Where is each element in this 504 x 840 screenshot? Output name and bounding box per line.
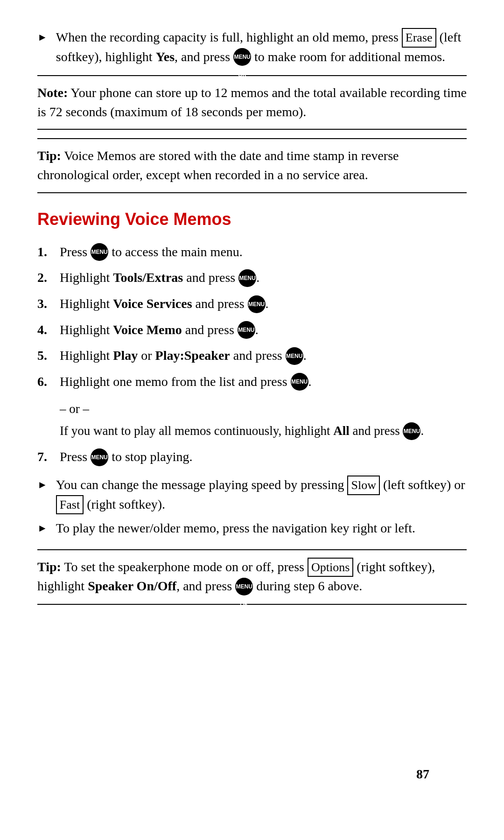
menu-ok-icon-s3: MENUOK (248, 295, 266, 313)
menu-ok-icon-s2: MENUOK (238, 269, 256, 287)
step-content-1: Press MENUOK to access the main menu. (60, 243, 467, 262)
step-6: 6. Highlight one memo from the list and … (37, 372, 467, 392)
bullet-arrow-icon: ► (37, 30, 48, 45)
step-num-4: 4. (37, 321, 60, 340)
bullet-arrow-icon-2: ► (37, 477, 48, 492)
menu-ok-icon-s7: MENUOK (91, 448, 108, 466)
menu-ok-icon-tip2: MENUOK (235, 578, 253, 595)
top-bullet-section: ► When the recording capacity is full, h… (37, 28, 467, 67)
bullet-text-1: When the recording capacity is full, hig… (56, 28, 467, 67)
step-content-3: Highlight Voice Services and press MENUO… (60, 294, 467, 314)
menu-ok-icon-1: MENUOK (233, 48, 251, 66)
menu-ok-icon-s4: MENUOK (238, 321, 255, 339)
erase-key: Erase (402, 28, 436, 48)
menu-ok-icon-s1: MENUOK (91, 243, 108, 261)
tip1-text: Voice Memos are stored with the date and… (37, 148, 399, 182)
note-block: Note: Your phone can store up to 12 memo… (37, 75, 467, 130)
bullet-arrow-icon-3: ► (37, 521, 48, 536)
menu-ok-icon-s6b: MENUOK (403, 422, 420, 440)
step-num-2: 2. (37, 268, 60, 287)
tip2-text: To set the speakerphone mode on or off, … (37, 560, 435, 594)
step-num-7: 7. (37, 448, 60, 467)
tip1-label: Tip: (37, 148, 61, 163)
step-num-3: 3. (37, 294, 60, 314)
step-content-5: Highlight Play or Play:Speaker and press… (60, 346, 467, 366)
step-4: 4. Highlight Voice Memo and press MENUOK… (37, 321, 467, 340)
tip-block-2: Tip: To set the speakerphone mode on or … (37, 549, 467, 605)
step-content-4: Highlight Voice Memo and press MENUOK. (60, 321, 467, 340)
bottom-bullet-2: ► To play the newer/older memo, press th… (37, 519, 467, 538)
step-7: 7. Press MENUOK to stop playing. (37, 448, 467, 467)
step-6-continuation: If you want to play all memos continuous… (60, 422, 467, 441)
step-num-5: 5. (37, 346, 60, 365)
bottom-bullet-text-1: You can change the message playing speed… (56, 476, 467, 514)
menu-ok-icon-s5: MENUOK (286, 347, 303, 365)
bullet-item-1: ► When the recording capacity is full, h… (37, 28, 467, 67)
tip-block-1: Tip: Voice Memos are stored with the dat… (37, 138, 467, 193)
page-content: ► When the recording capacity is full, h… (37, 28, 467, 812)
step-1: 1. Press MENUOK to access the main menu. (37, 243, 467, 262)
slow-key: Slow (347, 476, 379, 495)
step-content-2: Highlight Tools/Extras and press MENUOK. (60, 268, 467, 288)
step-num-1: 1. (37, 243, 60, 262)
bottom-bullet-text-2: To play the newer/older memo, press the … (56, 519, 467, 538)
page-number: 87 (416, 765, 429, 784)
step-6-or: – or – (60, 400, 467, 418)
menu-ok-icon-s6a: MENUOK (291, 373, 308, 391)
fast-key: Fast (56, 495, 84, 515)
step-5: 5. Highlight Play or Play:Speaker and pr… (37, 346, 467, 366)
step-content-6: Highlight one memo from the list and pre… (60, 372, 467, 392)
options-key: Options (308, 558, 353, 577)
tip2-label: Tip: (37, 560, 61, 574)
note-label: Note: (37, 85, 68, 100)
step-num-6: 6. (37, 372, 60, 392)
bottom-bullet-section: ► You can change the message playing spe… (37, 476, 467, 538)
note-text: Your phone can store up to 12 memos and … (37, 85, 467, 119)
steps-list-2: 7. Press MENUOK to stop playing. (37, 448, 467, 467)
section-heading: Reviewing Voice Memos (37, 207, 467, 231)
steps-list: 1. Press MENUOK to access the main menu.… (37, 243, 467, 392)
step-3: 3. Highlight Voice Services and press ME… (37, 294, 467, 314)
step-content-7: Press MENUOK to stop playing. (60, 448, 467, 467)
